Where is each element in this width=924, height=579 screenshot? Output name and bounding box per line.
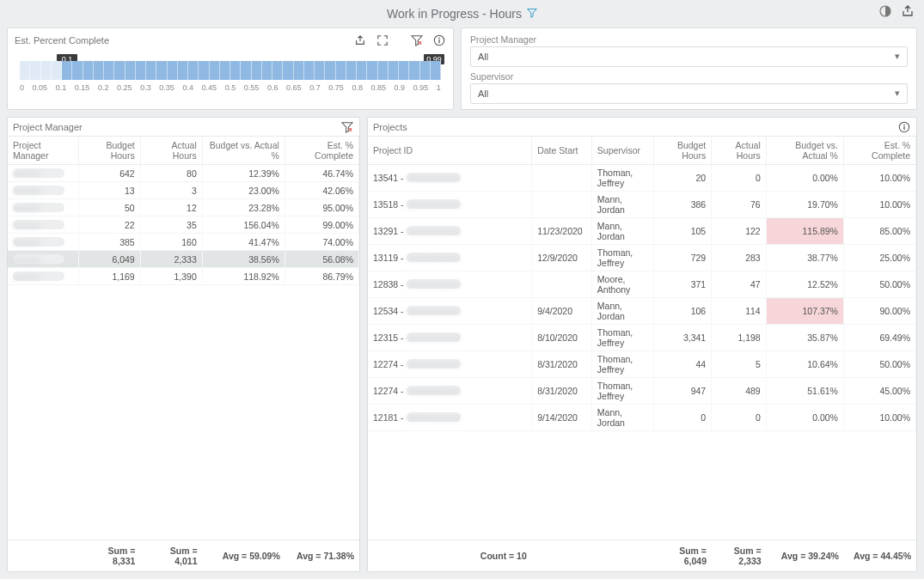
- projects-info-icon[interactable]: [897, 120, 911, 134]
- top-row: Est. Percent Complete x: [7, 27, 917, 110]
- projects-col-header[interactable]: Budget vs. Actual %: [766, 137, 843, 165]
- table-row[interactable]: 13119 - xxxxxxxxxxxx12/9/2020Thoman, Jef…: [368, 245, 916, 271]
- pm-col-header[interactable]: Budget Hours: [78, 137, 140, 165]
- projects-footer-cell: Avg = 44.45%: [844, 540, 916, 572]
- table-row[interactable]: 13518 - xxxxxxxxxxxxMann, Jordan3867619.…: [368, 192, 916, 218]
- projects-footer-cell: [532, 540, 592, 572]
- clear-filter-icon[interactable]: x: [410, 34, 424, 47]
- table-row[interactable]: 12315 - xxxxxxxxxxxx8/10/2020Thoman, Jef…: [368, 325, 916, 351]
- sup-filter-label: Supervisor: [470, 71, 908, 82]
- projects-col-header[interactable]: Supervisor: [591, 137, 653, 165]
- pm-col-header[interactable]: Est. % Complete: [285, 137, 358, 165]
- pm-clear-filter-icon[interactable]: x: [340, 120, 354, 134]
- svg-rect-4: [438, 40, 439, 43]
- table-row[interactable]: xxxxxx6428012.39%46.74%: [8, 165, 359, 182]
- table-row[interactable]: xxxxxx501223.28%95.00%: [8, 199, 359, 216]
- svg-text:x: x: [419, 40, 422, 46]
- pm-col-header[interactable]: Actual Hours: [140, 137, 202, 165]
- filter-icon[interactable]: [527, 8, 537, 21]
- table-row[interactable]: xxxxxx1,1691,390118.92%86.79%: [8, 268, 359, 285]
- projects-table[interactable]: Project IDDate StartSupervisorBudget Hou…: [368, 137, 916, 431]
- slider-label: Est. Percent Complete: [15, 35, 109, 46]
- slider-export-icon[interactable]: [353, 34, 367, 47]
- main-row: Project Manager x Project ManagerBudget …: [7, 117, 917, 572]
- table-row[interactable]: xxxxxx38516041.47%74.00%: [8, 234, 359, 251]
- projects-footer-cell: Sum = 6,049: [653, 540, 712, 572]
- svg-text:x: x: [349, 126, 352, 132]
- table-row[interactable]: 12838 - xxxxxxxxxxxxMoore, Anthony371471…: [368, 271, 916, 298]
- projects-col-header[interactable]: Est. % Complete: [843, 137, 915, 165]
- projects-col-header[interactable]: Date Start: [532, 137, 592, 165]
- table-row[interactable]: 12274 - xxxxxxxxxxxx8/31/2020Thoman, Jef…: [368, 351, 916, 378]
- table-row[interactable]: 13291 - xxxxxxxxxxxx11/23/2020Mann, Jord…: [368, 218, 916, 245]
- page-title: Work in Progress - Hours: [387, 7, 522, 21]
- slider-track[interactable]: [20, 61, 441, 80]
- pm-filter-select[interactable]: All ▾: [470, 46, 908, 67]
- table-row[interactable]: 13541 - xxxxxxxxxxxxThoman, Jeffrey2000.…: [368, 165, 916, 192]
- sup-filter-select[interactable]: All ▾: [470, 83, 908, 104]
- chevron-down-icon: ▾: [895, 51, 900, 62]
- info-icon[interactable]: [432, 34, 446, 47]
- pm-footer-cell: Sum = 4,011: [140, 540, 202, 572]
- pm-panel: Project Manager x Project ManagerBudget …: [7, 117, 360, 572]
- range-slider[interactable]: 0.1 0.99 00.050.10.150.20.250.30.350.40.…: [15, 52, 446, 106]
- pm-col-header[interactable]: Project Manager: [8, 137, 78, 165]
- projects-col-header[interactable]: Actual Hours: [712, 137, 767, 165]
- chevron-down-icon: ▾: [895, 88, 900, 99]
- pm-filter-value: All: [478, 52, 488, 62]
- sup-filter-value: All: [478, 88, 488, 99]
- export-icon[interactable]: [900, 3, 915, 19]
- svg-rect-8: [903, 125, 904, 129]
- slider-card: Est. Percent Complete x: [7, 27, 454, 110]
- color-mode-icon[interactable]: [878, 3, 893, 19]
- projects-footer-cell: Count = 10: [368, 540, 532, 572]
- projects-footer-cell: [592, 540, 654, 572]
- pm-filter-label: Project Manager: [470, 34, 908, 45]
- table-row[interactable]: 12181 - xxxxxxxxxxxx9/14/2020Mann, Jorda…: [368, 405, 916, 431]
- svg-point-7: [903, 124, 905, 125]
- svg-point-3: [438, 38, 440, 40]
- projects-panel-title: Projects: [373, 122, 407, 132]
- pm-table[interactable]: Project ManagerBudget HoursActual HoursB…: [8, 137, 359, 285]
- projects-col-header[interactable]: Budget Hours: [653, 137, 712, 165]
- pm-footer-cell: Sum = 8,331: [78, 540, 140, 572]
- table-row[interactable]: xxxxxx2235156.04%99.00%: [8, 216, 359, 234]
- slider-ticks: 00.050.10.150.20.250.30.350.40.450.50.55…: [20, 83, 441, 92]
- table-row[interactable]: 12534 - xxxxxxxxxxxx9/4/2020Mann, Jordan…: [368, 298, 916, 325]
- table-row[interactable]: xxxxxx6,0492,33338.56%56.08%: [8, 251, 359, 268]
- pm-footer-cell: [8, 540, 78, 572]
- pm-footer-cell: Avg = 59.09%: [203, 540, 285, 572]
- pm-footer-cell: Avg = 71.38%: [285, 540, 359, 572]
- table-row[interactable]: 12274 - xxxxxxxxxxxx8/31/2020Thoman, Jef…: [368, 378, 916, 405]
- projects-col-header[interactable]: Project ID: [368, 137, 532, 165]
- table-row[interactable]: xxxxxx13323.00%42.06%: [8, 182, 359, 199]
- pm-col-header[interactable]: Budget vs. Actual %: [202, 137, 285, 165]
- filters-card: Project Manager All ▾ Supervisor All ▾: [461, 27, 917, 110]
- projects-footer-cell: Sum = 2,333: [712, 540, 767, 572]
- projects-footer-cell: Avg = 39.24%: [767, 540, 844, 572]
- projects-panel: Projects Project IDDate StartSupervisorB…: [367, 117, 917, 572]
- pm-panel-title: Project Manager: [13, 122, 83, 132]
- page-header: Work in Progress - Hours: [7, 3, 917, 24]
- fullscreen-icon[interactable]: [376, 34, 389, 47]
